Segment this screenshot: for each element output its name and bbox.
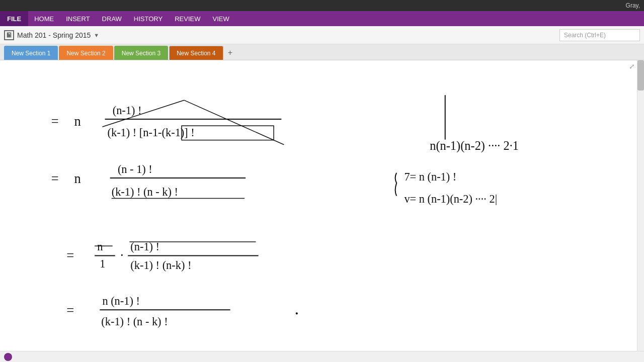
notebook-icon: 📓	[4, 30, 14, 40]
search-box[interactable]: Search (Ctrl+E)	[559, 29, 640, 41]
svg-text:v= n (n-1)(n-2) ···· 2|: v= n (n-1)(n-2) ···· 2|	[404, 193, 497, 205]
home-menu[interactable]: HOME	[28, 11, 60, 26]
svg-text:=: =	[66, 248, 74, 263]
tab-section-3[interactable]: New Section 3	[114, 46, 168, 60]
tab-section-4-label: New Section 4	[177, 50, 215, 57]
svg-text:(n - 1) !: (n - 1) !	[118, 163, 152, 175]
svg-line-5	[184, 100, 284, 144]
tab-section-1[interactable]: New Section 1	[4, 46, 58, 60]
menu-items: HOME INSERT DRAW HISTORY REVIEW VIEW	[28, 11, 235, 26]
notebook-title[interactable]: Math 201 - Spring 2015	[17, 31, 91, 39]
bottom-bar	[0, 351, 644, 362]
tab-section-3-label: New Section 3	[122, 50, 160, 57]
scrollbar-thumb[interactable]	[637, 60, 644, 90]
svg-text:n(n-1)(n-2) ···· 2·1: n(n-1)(n-2) ···· 2·1	[430, 139, 519, 153]
svg-text:n: n	[74, 171, 80, 186]
svg-text:(n-1) !: (n-1) !	[130, 240, 159, 253]
svg-text:=: =	[51, 114, 59, 129]
title-bar: Gray,	[0, 0, 644, 11]
svg-text:(k-1) ! (n - k) !: (k-1) ! (n - k) !	[101, 315, 168, 328]
scrollbar[interactable]	[637, 60, 644, 362]
svg-text:·: ·	[120, 248, 124, 263]
review-menu[interactable]: REVIEW	[169, 11, 206, 26]
svg-text:1: 1	[100, 257, 105, 270]
expand-icon[interactable]: ⤢	[629, 62, 635, 70]
svg-rect-7	[182, 126, 274, 140]
notebook-dropdown-icon[interactable]: ▼	[94, 32, 99, 38]
svg-text:n (n-1) !: n (n-1) !	[102, 295, 140, 307]
user-name: Gray,	[626, 2, 640, 9]
content-area: .hw { font-family: 'Segoe Script', 'Brus…	[0, 60, 644, 362]
menu-bar: FILE HOME INSERT DRAW HISTORY REVIEW VIE…	[0, 11, 644, 26]
draw-menu[interactable]: DRAW	[96, 11, 128, 26]
svg-text:(n-1) !: (n-1) !	[113, 104, 142, 117]
tab-section-1-label: New Section 1	[12, 50, 50, 57]
svg-point-32	[296, 312, 298, 314]
svg-text:n: n	[74, 114, 80, 129]
tab-section-2[interactable]: New Section 2	[59, 46, 113, 60]
svg-text:=: =	[51, 171, 59, 186]
svg-text:(k-1) !  (n - k) !: (k-1) ! (n - k) !	[112, 186, 178, 198]
file-menu[interactable]: FILE	[0, 11, 28, 26]
math-content: .hw { font-family: 'Segoe Script', 'Brus…	[0, 60, 644, 362]
section-tabs: New Section 1 New Section 2 New Section …	[0, 44, 644, 60]
tab-section-4[interactable]: New Section 4	[169, 46, 223, 60]
svg-text:7= n (n-1) !: 7= n (n-1) !	[404, 170, 456, 183]
status-dot	[4, 353, 12, 361]
search-placeholder: Search (Ctrl+E)	[564, 32, 606, 39]
history-menu[interactable]: HISTORY	[128, 11, 169, 26]
svg-text:=: =	[66, 303, 74, 318]
tab-section-2-label: New Section 2	[66, 50, 105, 57]
view-menu[interactable]: VIEW	[206, 11, 235, 26]
add-section-button[interactable]: +	[224, 47, 236, 59]
insert-menu[interactable]: INSERT	[60, 11, 96, 26]
notebook-bar: 📓 Math 201 - Spring 2015 ▼ Search (Ctrl+…	[0, 26, 644, 44]
svg-text:(k-1) !  (n-k) !: (k-1) ! (n-k) !	[130, 259, 191, 272]
svg-text:n: n	[97, 240, 103, 253]
